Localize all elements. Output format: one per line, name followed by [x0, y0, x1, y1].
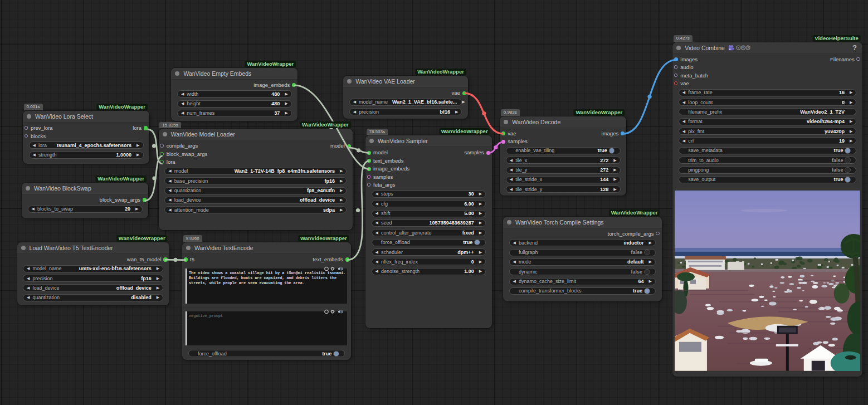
- svg-text:H: H: [742, 46, 744, 49]
- svg-text:S: S: [747, 46, 749, 49]
- svg-text:V: V: [738, 46, 740, 49]
